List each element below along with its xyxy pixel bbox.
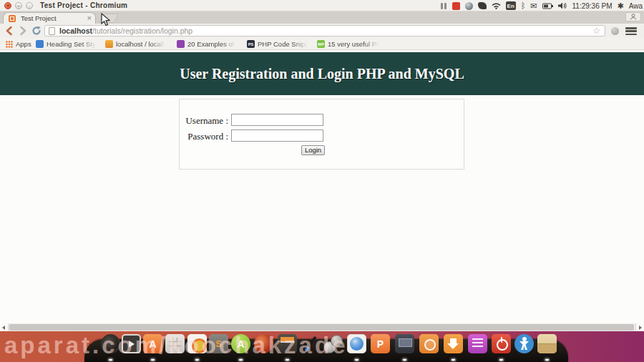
- running-indicator: [239, 359, 243, 361]
- bookmark-item[interactable]: Heading Set Styl: [36, 39, 99, 49]
- top-panel: × – Test Project - Chromium En ᛒ ✉ 11:29…: [0, 0, 644, 11]
- bluetooth-icon[interactable]: ᛒ: [521, 1, 526, 11]
- web-page: User Registration and Login PHP and MySQ…: [0, 50, 644, 323]
- power-app-icon[interactable]: [492, 334, 511, 353]
- bookmark-item[interactable]: 20 Examples of E: [177, 39, 237, 49]
- bookmark-favicon: [105, 40, 113, 48]
- tab-test-project[interactable]: Test Project ×: [3, 12, 96, 24]
- bookmark-star-icon[interactable]: ☆: [592, 26, 600, 35]
- downloads-folder-icon[interactable]: [444, 334, 463, 353]
- tab-strip: Test Project ×: [0, 11, 644, 24]
- page-document-icon: [49, 27, 55, 35]
- running-indicator: [545, 359, 549, 361]
- pause-bars-icon[interactable]: [440, 1, 447, 11]
- running-indicator: [109, 359, 112, 361]
- bookmark-favicon: [36, 40, 44, 48]
- backup-folder-icon[interactable]: [419, 334, 439, 353]
- login-form: Username : Password : Login: [179, 99, 464, 170]
- icon-glyph: P: [371, 334, 390, 353]
- window-title: Test Project - Chromium: [40, 1, 127, 9]
- bookmark-label: 20 Examples of E: [187, 40, 237, 48]
- files-app-icon[interactable]: [537, 334, 557, 353]
- bookmark-label: localhost / localh: [116, 40, 166, 48]
- username-label: Username :: [181, 115, 228, 127]
- password-input[interactable]: [231, 129, 323, 142]
- running-indicator: [195, 359, 199, 361]
- mouse-cursor: [101, 13, 110, 26]
- tab-close-icon[interactable]: ×: [87, 14, 92, 22]
- chromium-dock-icon[interactable]: [347, 334, 366, 353]
- running-indicator: [151, 359, 155, 361]
- login-button[interactable]: Login: [301, 145, 325, 155]
- window-close-button[interactable]: ×: [4, 2, 11, 9]
- page-header-band: User Registration and Login PHP and MySQ…: [0, 52, 644, 95]
- accessibility-app-icon[interactable]: [514, 334, 534, 353]
- bookmark-item[interactable]: WP 15 very useful PH: [317, 39, 380, 49]
- bookmark-label: 15 very useful PH: [328, 40, 380, 48]
- bookmark-item[interactable]: PS PHP Code Snipp: [247, 39, 308, 49]
- bookmark-favicon: PS: [247, 40, 255, 48]
- tab-favicon-icon: [9, 15, 16, 22]
- bookmarks-bar: Apps Heading Set Styl localhost / localh…: [0, 38, 644, 50]
- browser-toolbar: localhost/tutorials/registration/login.p…: [0, 24, 644, 38]
- url-text[interactable]: localhost/tutorials/registration/login.p…: [59, 26, 192, 35]
- password-label: Password :: [181, 131, 228, 142]
- keyboard-layout-indicator[interactable]: En: [506, 1, 516, 10]
- person-icon: [630, 14, 637, 20]
- clock[interactable]: 11:29:36 PM: [572, 1, 613, 11]
- apps-shortcut[interactable]: Apps: [6, 39, 31, 49]
- running-indicator: [403, 359, 406, 361]
- php-app-icon[interactable]: P: [371, 334, 390, 353]
- screen: × – Test Project - Chromium En ᛒ ✉ 11:29…: [0, 0, 644, 362]
- running-indicator: [355, 359, 358, 361]
- bookmark-favicon: WP: [317, 40, 325, 48]
- apps-label: Apps: [16, 40, 31, 48]
- window-maximize-button[interactable]: [26, 2, 33, 9]
- wifi-icon[interactable]: [492, 1, 501, 11]
- volume-icon[interactable]: [558, 1, 567, 11]
- scroll-right-button[interactable]: [635, 323, 644, 331]
- apps-grid-icon: [6, 41, 13, 48]
- username-input[interactable]: [231, 114, 323, 126]
- bookmark-label: Heading Set Styl: [47, 40, 97, 48]
- bookmark-item[interactable]: localhost / localh: [105, 39, 167, 49]
- forward-button[interactable]: [18, 26, 28, 36]
- running-indicator: [286, 359, 289, 361]
- extension-icon[interactable]: [611, 27, 619, 35]
- page-title: User Registration and Login PHP and MySQ…: [0, 52, 644, 95]
- address-bar[interactable]: localhost/tutorials/registration/login.p…: [44, 25, 605, 36]
- scrollbar-thumb[interactable]: [9, 324, 634, 331]
- profile-button[interactable]: [625, 12, 641, 21]
- horizontal-scrollbar[interactable]: [0, 323, 644, 331]
- back-button[interactable]: [4, 26, 14, 36]
- window-minimize-button[interactable]: –: [15, 2, 22, 9]
- desktop-strip: A S A P aparat.com/koochakzade: [0, 331, 644, 362]
- browser-menu-button[interactable]: [625, 27, 637, 35]
- url-host: localhost: [59, 26, 92, 35]
- notes-app-icon[interactable]: [468, 334, 487, 353]
- session-gear-icon[interactable]: ✱: [618, 1, 624, 11]
- system-tray: En ᛒ ✉ 11:29:36 PM ✱ Awa: [440, 0, 643, 11]
- battery-icon[interactable]: [542, 1, 553, 11]
- watermark: aparat.com/koochakzade: [4, 332, 348, 359]
- url-path: /tutorials/registration/login.php: [92, 26, 192, 35]
- mail-icon[interactable]: ✉: [530, 1, 537, 11]
- bookmark-label: PHP Code Snipp: [258, 40, 308, 48]
- session-username[interactable]: Awa: [629, 1, 643, 11]
- bookmark-favicon: [177, 40, 185, 48]
- reload-button[interactable]: [31, 26, 42, 36]
- running-indicator: [499, 359, 503, 361]
- laptop-app-icon[interactable]: [395, 334, 414, 353]
- globe-icon[interactable]: [465, 2, 473, 10]
- scroll-left-button[interactable]: [0, 323, 9, 331]
- tab-title: Test Project: [21, 14, 57, 22]
- record-icon[interactable]: [452, 2, 460, 10]
- running-indicator: [452, 359, 455, 361]
- shutter-icon[interactable]: [478, 2, 487, 9]
